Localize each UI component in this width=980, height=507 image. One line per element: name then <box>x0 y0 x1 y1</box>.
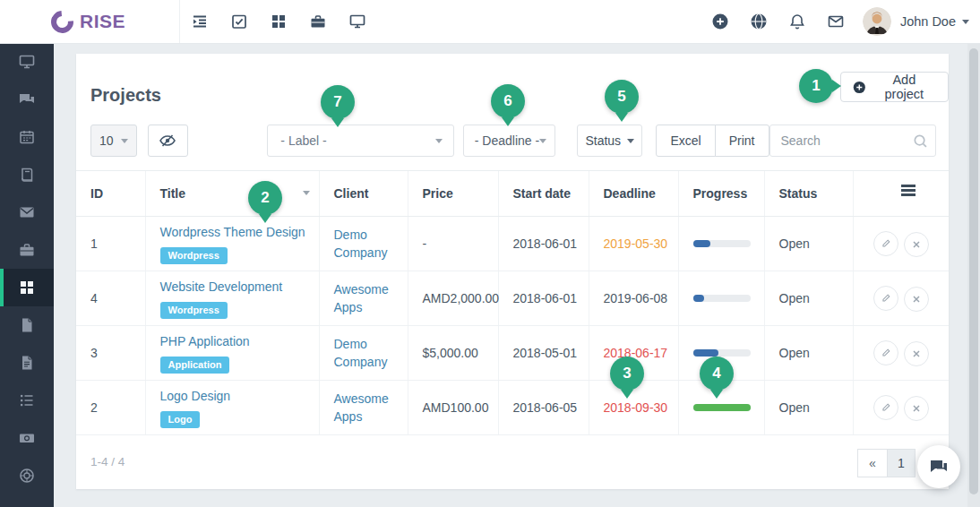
annotation-marker-5: 5 <box>605 80 639 114</box>
delete-button[interactable] <box>904 232 929 257</box>
messages-envelope-icon[interactable] <box>823 0 848 43</box>
search-icon <box>912 133 929 153</box>
sidebar-item-clients[interactable] <box>0 231 54 269</box>
sidebar-item-help[interactable] <box>0 457 54 494</box>
sidebar-item-dashboard[interactable] <box>0 43 54 81</box>
chevron-down-icon <box>121 139 128 147</box>
pagination-prev-button[interactable]: « <box>857 449 888 477</box>
sidebar-item-payments[interactable] <box>0 419 54 457</box>
label-badge: Logo <box>160 411 201 428</box>
delete-button[interactable] <box>904 396 929 421</box>
delete-button[interactable] <box>904 341 929 366</box>
sidebar-item-mail[interactable] <box>0 193 54 231</box>
excel-export-button[interactable]: Excel <box>656 125 715 157</box>
project-deadline: 2019-05-30 <box>589 217 678 271</box>
hamburger-icon <box>901 185 916 187</box>
project-status: Open <box>764 217 853 271</box>
pagination-page-1[interactable]: 1 <box>887 449 916 477</box>
user-avatar[interactable] <box>863 7 891 36</box>
language-globe-icon[interactable] <box>746 0 771 43</box>
annotation-marker-2: 2 <box>248 181 282 215</box>
status-filter-select[interactable]: Status <box>577 125 642 157</box>
deadline-filter-select[interactable]: - Deadline - <box>463 125 555 157</box>
label-badge: Wordpress <box>160 302 228 319</box>
quick-add-icon[interactable] <box>708 0 733 43</box>
left-sidebar <box>0 43 54 507</box>
project-price: AMD2,000.00 <box>408 271 498 326</box>
col-header-id[interactable]: ID <box>76 171 145 217</box>
projects-grid-icon[interactable] <box>266 0 291 43</box>
chat-bubbles-icon <box>18 90 36 108</box>
table-row: 4 Website DevelopmentWordpress Awesome A… <box>76 271 949 326</box>
file-text-icon <box>18 354 36 372</box>
client-link[interactable]: Demo Company <box>334 335 406 372</box>
sidebar-item-estimates[interactable] <box>0 306 54 344</box>
table-row: 1 Wordpress Theme DesignWordpress Demo C… <box>76 217 949 271</box>
project-title-link[interactable]: PHP Application <box>160 332 250 350</box>
client-link[interactable]: Awesome Apps <box>334 390 406 426</box>
client-link[interactable]: Demo Company <box>334 226 406 262</box>
project-title-link[interactable]: Logo Design <box>160 387 231 405</box>
edit-button[interactable] <box>873 286 898 311</box>
grid-icon <box>18 279 36 296</box>
project-id: 3 <box>76 326 145 381</box>
project-deadline: 2019-06-08 <box>589 271 678 326</box>
col-header-price[interactable]: Price <box>408 171 498 217</box>
delete-button[interactable] <box>904 287 929 312</box>
project-start-date: 2018-05-01 <box>498 326 589 381</box>
col-header-progress[interactable]: Progress <box>678 171 764 217</box>
briefcase-icon <box>18 241 36 259</box>
print-button[interactable]: Print <box>715 125 769 157</box>
annotation-marker-3: 3 <box>610 357 644 391</box>
edit-button[interactable] <box>873 395 898 420</box>
chevron-down-icon <box>962 20 969 28</box>
projects-table: ID Title Client Price Start date Deadlin… <box>76 170 949 435</box>
project-price: AMD100.00 <box>408 381 498 435</box>
project-start-date: 2018-06-01 <box>498 271 589 326</box>
toggle-columns-button[interactable] <box>148 125 189 157</box>
project-title-link[interactable]: Wordpress Theme Design <box>160 223 305 241</box>
logo-text: RISE <box>80 11 125 32</box>
brand-logo[interactable]: RISE <box>51 0 125 43</box>
sidebar-item-messages[interactable] <box>0 81 54 118</box>
table-toolbar: 10 - Label - - Deadline - Status Excel P… <box>90 125 936 157</box>
chat-fab-button[interactable] <box>917 445 960 488</box>
user-name[interactable]: John Doe <box>900 14 956 29</box>
label-filter-select[interactable]: - Label - <box>267 125 453 157</box>
sort-desc-icon <box>303 191 310 199</box>
col-header-options[interactable] <box>853 171 949 217</box>
col-header-status[interactable]: Status <box>764 171 853 217</box>
tasks-check-icon[interactable] <box>227 0 252 43</box>
page-size-select[interactable]: 10 <box>90 125 137 157</box>
sidebar-item-projects[interactable] <box>0 269 54 306</box>
project-title-link[interactable]: Website Development <box>160 278 283 296</box>
client-link[interactable]: Awesome Apps <box>334 280 406 317</box>
scrollbar-track <box>967 43 980 507</box>
edit-button[interactable] <box>873 231 898 256</box>
chevron-down-icon <box>539 139 546 147</box>
col-header-title[interactable]: Title <box>145 171 319 217</box>
dashboard-monitor-icon[interactable] <box>345 0 370 43</box>
project-id: 2 <box>76 381 145 435</box>
table-row: 2 Logo DesignLogo Awesome Apps AMD100.00… <box>76 381 949 435</box>
add-project-button[interactable]: Add project <box>840 72 949 102</box>
project-price: - <box>408 217 498 271</box>
notifications-bell-icon[interactable] <box>785 0 810 43</box>
top-navbar: RISE <box>0 0 980 44</box>
col-header-deadline[interactable]: Deadline <box>589 171 678 217</box>
col-header-client[interactable]: Client <box>319 171 408 217</box>
progress-bar <box>693 404 751 411</box>
todo-list-icon[interactable] <box>187 0 212 43</box>
col-header-start-date[interactable]: Start date <box>498 171 589 217</box>
sidebar-item-invoices[interactable] <box>0 344 54 382</box>
project-id: 1 <box>76 217 145 271</box>
sidebar-item-calendar[interactable] <box>0 118 54 156</box>
sidebar-item-notes[interactable] <box>0 156 54 193</box>
sidebar-item-tasks[interactable] <box>0 382 54 419</box>
search-input[interactable] <box>770 125 936 156</box>
edit-button[interactable] <box>873 340 898 365</box>
annotation-marker-7: 7 <box>321 85 355 119</box>
scrollbar-thumb[interactable] <box>969 48 978 494</box>
clients-briefcase-icon[interactable] <box>305 0 331 43</box>
project-status: Open <box>764 326 853 381</box>
